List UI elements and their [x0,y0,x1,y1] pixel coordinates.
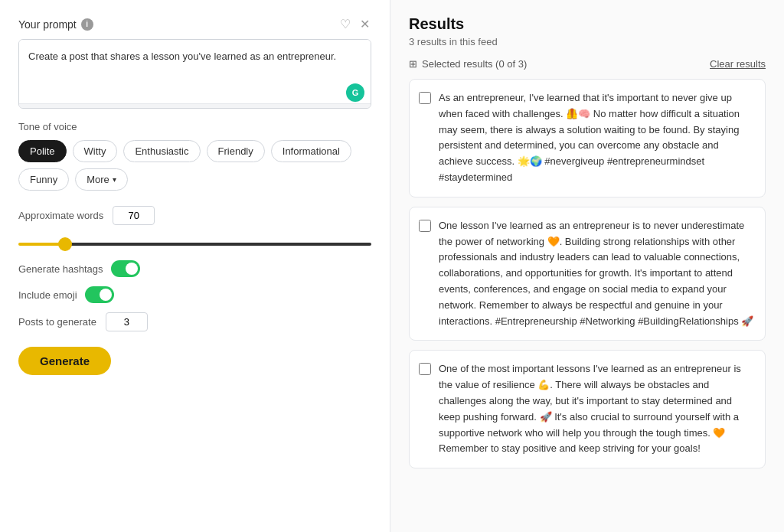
slider-row [18,236,371,248]
tone-buttons: Polite Witty Enthusiastic Friendly Infor… [18,140,371,162]
result-card-2: One lesson I've learned as an entreprene… [409,207,766,341]
emoji-row: Include emoji [18,286,371,303]
selected-label: ⊞ Selected results (0 of 3) [409,58,527,70]
prompt-label-group: Your prompt i [18,18,93,31]
results-count: 3 results in this feed [409,36,766,47]
more-button[interactable]: More ▾ [75,168,128,191]
grammarly-icon: G [346,83,364,102]
result-card-1: As an entrepreneur, I've learned that it… [409,79,766,197]
selected-icon: ⊞ [409,58,417,70]
right-panel: Results 3 results in this feed ⊞ Selecte… [390,0,784,532]
result-checkbox-2[interactable] [419,220,431,232]
result-card-3: One of the most important lessons I've l… [409,350,766,468]
result-checkbox-3[interactable] [419,363,431,375]
words-slider[interactable] [18,243,371,246]
scrollbar-hint [19,103,371,108]
tone-label: Tone of voice [18,121,371,132]
emoji-label: Include emoji [18,289,77,301]
tone-row2: Funny More ▾ [18,168,371,191]
clear-results-button[interactable]: Clear results [710,58,766,70]
approx-input[interactable] [113,206,155,225]
result-text-1: As an entrepreneur, I've learned that it… [439,90,754,186]
posts-input[interactable] [106,312,148,331]
prompt-label: Your prompt [18,18,77,31]
close-button[interactable]: ✕ [358,15,371,33]
prompt-textarea-wrapper: G [18,39,371,109]
hashtags-toggle-slider [111,260,140,277]
posts-row: Posts to generate [18,312,371,331]
results-toolbar: ⊞ Selected results (0 of 3) Clear result… [409,58,766,70]
prompt-textarea[interactable] [19,40,371,101]
tone-enthusiastic[interactable]: Enthusiastic [123,140,200,162]
hashtags-toggle[interactable] [111,260,140,277]
tone-funny[interactable]: Funny [18,168,69,191]
result-checkbox-1[interactable] [419,92,431,104]
prompt-header: Your prompt i ♡ ✕ [18,15,371,33]
left-panel: Your prompt i ♡ ✕ G Tone of voice Polite… [0,0,390,532]
posts-label: Posts to generate [18,316,96,328]
tone-polite[interactable]: Polite [18,140,67,162]
more-label: More [87,174,109,185]
hashtags-row: Generate hashtags [18,260,371,277]
approx-label: Approximate words [18,210,103,221]
emoji-toggle[interactable] [85,286,114,303]
favorite-button[interactable]: ♡ [338,15,352,33]
result-text-2: One lesson I've learned as an entreprene… [439,218,754,330]
tone-informational[interactable]: Informational [271,140,351,162]
approx-row: Approximate words [18,206,371,225]
prompt-header-actions: ♡ ✕ [338,15,371,33]
results-title: Results [409,15,766,33]
result-text-3: One of the most important lessons I've l… [439,361,754,457]
info-icon[interactable]: i [81,18,93,31]
chevron-down-icon: ▾ [113,175,116,184]
generate-button[interactable]: Generate [18,347,111,375]
tone-witty[interactable]: Witty [73,140,118,162]
hashtags-label: Generate hashtags [18,263,103,275]
tone-friendly[interactable]: Friendly [207,140,265,162]
selected-count: Selected results (0 of 3) [422,58,527,70]
emoji-toggle-slider [85,286,114,303]
